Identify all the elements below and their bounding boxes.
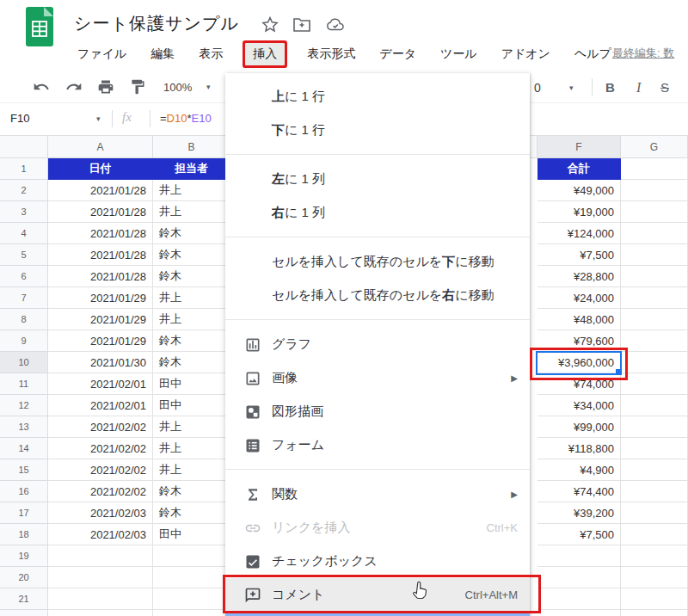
cell-B19[interactable] bbox=[153, 545, 230, 567]
cell-F16[interactable]: ¥74,400 bbox=[538, 481, 621, 502]
strikethrough-button[interactable]: S bbox=[660, 80, 669, 95]
cell-A21[interactable] bbox=[48, 588, 153, 610]
cell-B5[interactable]: 鈴木 bbox=[153, 244, 230, 266]
cell-A22[interactable] bbox=[48, 610, 153, 616]
cell-F1[interactable]: 合計 bbox=[538, 158, 621, 180]
cell-B8[interactable]: 井上 bbox=[153, 309, 230, 330]
insert-menu-item-画像[interactable]: 画像▶ bbox=[225, 361, 530, 395]
cell-B20[interactable] bbox=[153, 567, 230, 588]
cell-F13[interactable]: ¥99,000 bbox=[538, 416, 621, 438]
row-header[interactable]: 14 bbox=[0, 438, 48, 459]
cell-F5[interactable]: ¥7,500 bbox=[538, 244, 621, 266]
insert-menu-item-チェックボックス[interactable]: チェックボックス bbox=[225, 545, 530, 578]
name-box[interactable]: F10 bbox=[10, 112, 29, 125]
insert-menu-item-コメント[interactable]: コメントCtrl+Alt+M bbox=[225, 578, 530, 612]
cell-F2[interactable]: ¥49,000 bbox=[538, 180, 621, 201]
cell-B16[interactable]: 鈴木 bbox=[153, 481, 230, 502]
cell-G2[interactable] bbox=[621, 180, 688, 201]
cell-G16[interactable] bbox=[621, 481, 688, 502]
cell-A19[interactable] bbox=[48, 545, 153, 567]
cell-A6[interactable]: 2021/01/28 bbox=[48, 266, 153, 287]
cell-F14[interactable]: ¥118,800 bbox=[538, 438, 621, 459]
insert-menu-item-セルを挿入して既存のセルを下に移動[interactable]: セルを挿入して既存のセルを下に移動 bbox=[225, 245, 530, 279]
cell-A12[interactable]: 2021/02/01 bbox=[48, 395, 153, 416]
insert-menu-item-左に1列[interactable]: 左に 1 列 bbox=[225, 163, 530, 196]
cloud-status-icon[interactable] bbox=[324, 15, 345, 35]
cell-A9[interactable]: 2021/01/29 bbox=[48, 330, 153, 352]
insert-menu-item-下に1行[interactable]: 下に 1 行 bbox=[225, 114, 530, 147]
menu-insert-active[interactable]: 挿入 bbox=[245, 43, 285, 65]
cell-F20[interactable] bbox=[538, 567, 621, 588]
menu-item[interactable]: ファイル bbox=[76, 43, 128, 65]
cell-G7[interactable] bbox=[621, 287, 688, 309]
cell-G22[interactable] bbox=[621, 610, 688, 616]
cell-G12[interactable] bbox=[621, 395, 688, 416]
cell-G3[interactable] bbox=[621, 201, 688, 223]
zoom-dropdown-arrow-icon[interactable]: ▾ bbox=[206, 83, 211, 91]
menu-item[interactable]: ヘルプ bbox=[573, 43, 613, 65]
cell-A15[interactable]: 2021/02/02 bbox=[48, 459, 153, 481]
move-to-folder-icon[interactable] bbox=[292, 15, 312, 35]
cell-F17[interactable]: ¥39,200 bbox=[538, 502, 621, 524]
cell-G15[interactable] bbox=[621, 459, 688, 481]
insert-menu-item-グラフ[interactable]: グラフ bbox=[225, 328, 530, 361]
bold-button[interactable]: B bbox=[605, 80, 615, 95]
cell-B11[interactable]: 田中 bbox=[153, 373, 230, 395]
zoom-level[interactable]: 100% bbox=[163, 81, 192, 94]
row-header[interactable]: 16 bbox=[0, 481, 48, 502]
cell-B9[interactable]: 鈴木 bbox=[153, 330, 230, 352]
cell-B12[interactable]: 田中 bbox=[153, 395, 230, 416]
document-title[interactable]: シート保護サンプル bbox=[74, 12, 239, 35]
cell-G11[interactable] bbox=[621, 373, 688, 395]
font-size-value[interactable]: 0 bbox=[534, 81, 541, 95]
insert-menu-item-右に1列[interactable]: 右に 1 列 bbox=[225, 196, 530, 230]
insert-menu-item-関数[interactable]: 関数▶ bbox=[225, 477, 530, 511]
italic-button[interactable]: I bbox=[636, 80, 641, 95]
cell-B6[interactable]: 鈴木 bbox=[153, 266, 230, 287]
row-header[interactable]: 22 bbox=[0, 610, 48, 616]
cell-F8[interactable]: ¥48,000 bbox=[538, 309, 621, 330]
column-header-F[interactable]: F bbox=[538, 136, 621, 158]
row-header[interactable]: 12 bbox=[0, 395, 48, 416]
cell-F22[interactable] bbox=[538, 610, 621, 616]
cell-G5[interactable] bbox=[621, 244, 688, 266]
cell-A5[interactable]: 2021/01/28 bbox=[48, 244, 153, 266]
cell-B15[interactable]: 井上 bbox=[153, 459, 230, 481]
insert-menu-item-セルを挿入して既存のセルを右に移動[interactable]: セルを挿入して既存のセルを右に移動 bbox=[225, 279, 530, 312]
fill-handle[interactable] bbox=[616, 369, 622, 375]
cell-F4[interactable]: ¥124,000 bbox=[538, 223, 621, 244]
cell-A13[interactable]: 2021/02/02 bbox=[48, 416, 153, 438]
paint-format-icon[interactable] bbox=[129, 78, 146, 95]
row-header[interactable]: 5 bbox=[0, 244, 48, 266]
menu-item[interactable]: アドオン bbox=[500, 43, 552, 65]
row-header[interactable]: 21 bbox=[0, 588, 48, 610]
cell-F19[interactable] bbox=[538, 545, 621, 567]
row-header[interactable]: 8 bbox=[0, 309, 48, 330]
cell-A7[interactable]: 2021/01/29 bbox=[48, 287, 153, 309]
menu-item[interactable]: ツール bbox=[439, 43, 479, 65]
cell-B10[interactable]: 鈴木 bbox=[153, 352, 230, 373]
cell-F10[interactable]: ¥3,960,000 bbox=[538, 352, 621, 373]
column-header-A[interactable]: A bbox=[48, 136, 153, 158]
cell-A17[interactable]: 2021/02/03 bbox=[48, 502, 153, 524]
row-header[interactable]: 19 bbox=[0, 545, 48, 567]
cell-F18[interactable]: ¥7,500 bbox=[538, 524, 621, 545]
cell-A8[interactable]: 2021/01/29 bbox=[48, 309, 153, 330]
redo-icon[interactable] bbox=[65, 78, 83, 95]
insert-menu-item-図形描画[interactable]: 図形描画 bbox=[225, 395, 530, 428]
formula-input[interactable]: =D10*E10 bbox=[160, 112, 212, 125]
cell-G21[interactable] bbox=[621, 588, 688, 610]
last-edit-link[interactable]: 最終編集: 数 bbox=[612, 46, 674, 61]
row-header[interactable]: 17 bbox=[0, 502, 48, 524]
row-header[interactable]: 3 bbox=[0, 201, 48, 223]
row-header[interactable]: 15 bbox=[0, 459, 48, 481]
cell-A14[interactable]: 2021/02/02 bbox=[48, 438, 153, 459]
cell-G9[interactable] bbox=[621, 330, 688, 352]
cell-G20[interactable] bbox=[621, 567, 688, 588]
cell-F3[interactable]: ¥19,000 bbox=[538, 201, 621, 223]
row-header[interactable]: 9 bbox=[0, 330, 48, 352]
cell-G17[interactable] bbox=[621, 502, 688, 524]
cell-A20[interactable] bbox=[48, 567, 153, 588]
cell-A10[interactable]: 2021/01/30 bbox=[48, 352, 153, 373]
row-header[interactable]: 2 bbox=[0, 180, 48, 201]
